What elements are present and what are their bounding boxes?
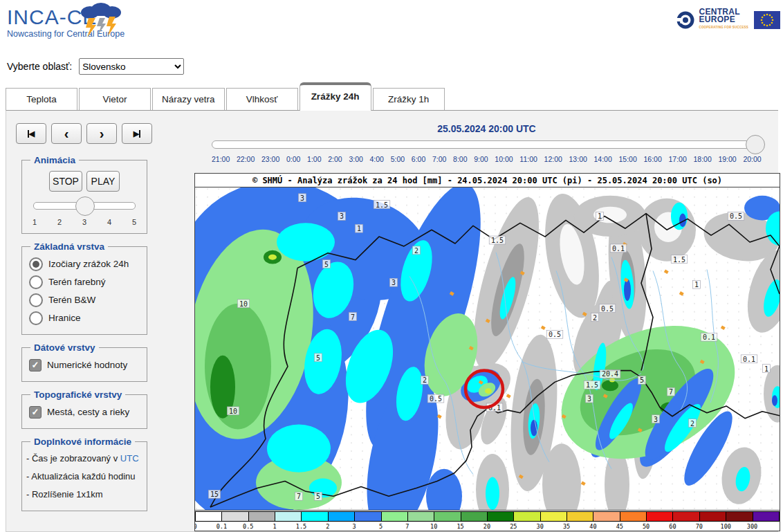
svg-text:10: 10: [229, 407, 237, 415]
time-slider-thumb[interactable]: [746, 135, 765, 154]
speed-slider[interactable]: [33, 202, 136, 210]
tick-label: 9:00: [474, 155, 488, 163]
svg-text:5: 5: [316, 493, 320, 500]
radio-ter-n-b-w[interactable]: Terén B&W: [29, 291, 142, 309]
tick-label: 12:00: [544, 155, 562, 163]
info-items: - Čas je zobrazovaný v UTC- Aktualizácia…: [26, 450, 142, 504]
utc-link[interactable]: UTC: [120, 453, 139, 464]
legend-cell: 5: [382, 512, 408, 521]
checkbox-mest-cesty-a-rieky[interactable]: ✓Mestá, cesty a rieky: [29, 403, 142, 421]
legend-cell: 70: [700, 512, 726, 521]
tab-zr-ky-1h[interactable]: Zrážky 1h: [373, 88, 445, 110]
info-panel: Doplnkové informácie - Čas je zobrazovan…: [21, 437, 147, 511]
tick-label: 7:00: [432, 155, 446, 163]
svg-text:3: 3: [392, 279, 396, 286]
legend-cell: 7: [408, 512, 434, 521]
legend-cell: 50: [647, 512, 673, 521]
speed-tick-labels: 12345: [33, 218, 136, 226]
base-layer-options: Izočiary zrážok 24hTerén farebnýTerén B&…: [26, 255, 142, 327]
option-label: Mestá, cesty a rieky: [47, 407, 129, 417]
last-frame-button[interactable]: ▶: [122, 123, 152, 144]
svg-text:3: 3: [300, 194, 304, 202]
tick-label: 14:00: [594, 155, 612, 163]
svg-text:1.5: 1.5: [586, 381, 598, 389]
tick-label: 1:00: [307, 155, 321, 163]
data-layers-panel: Dátové vrstvy ✓Numerické hodnoty: [21, 342, 147, 382]
topo-layers-panel-title: Topografické vrstvy: [30, 389, 125, 400]
legend-cell: 100: [726, 512, 753, 521]
tick-label: 15:00: [619, 155, 637, 163]
legend-cell: 300: [753, 512, 779, 521]
page-header: INCA-CE Nowcasting for Central Europe CE…: [0, 0, 783, 48]
legend-cell: 35: [567, 512, 593, 521]
tab-bar: TeplotaVietorNárazy vetraVlhkosťZrážky 2…: [6, 82, 783, 110]
legend-cells: 00.10.511.523571015202530354045506070100…: [195, 511, 780, 522]
map-image: 331.51521073521.50.50.1110.10.5220.4571.…: [195, 187, 780, 510]
tick-label: 19:00: [718, 155, 736, 163]
legend-cell: 2: [329, 512, 355, 521]
next-frame-button[interactable]: ›: [86, 123, 117, 144]
svg-text:0.5: 0.5: [430, 395, 442, 403]
tab-vietor[interactable]: Vietor: [79, 88, 151, 110]
svg-text:3: 3: [587, 395, 591, 403]
map-title: © SHMÚ - Analýza zrážok za 24 hod [mm] -…: [195, 174, 780, 187]
storm-cloud-icon: [75, 1, 126, 43]
legend-cell: 40: [593, 512, 620, 521]
radio-control[interactable]: [29, 275, 43, 289]
svg-text:3: 3: [654, 416, 658, 423]
svg-text:7: 7: [351, 313, 355, 321]
info-item: - Aktualizácia každú hodinu: [26, 468, 142, 486]
svg-text:20.4: 20.4: [602, 371, 618, 378]
tick-label: 8:00: [453, 155, 467, 163]
radio-ter-n-farebn-[interactable]: Terén farebný: [29, 273, 142, 291]
tick-label: 23:00: [261, 155, 279, 163]
first-frame-button[interactable]: ◀: [16, 123, 46, 144]
svg-text:1.5: 1.5: [673, 256, 685, 264]
checkbox-numerick-hodnoty[interactable]: ✓Numerické hodnoty: [29, 356, 142, 374]
legend-cell: 0: [196, 512, 222, 521]
radio-control[interactable]: [29, 293, 43, 307]
info-panel-title: Doplnkové informácie: [30, 437, 135, 447]
checkbox-control[interactable]: ✓: [29, 406, 42, 419]
speed-slider-thumb[interactable]: [75, 196, 95, 216]
central-europe-icon: [675, 10, 696, 30]
svg-text:2: 2: [690, 420, 694, 428]
radio-izo-iary-zr-ok-24h[interactable]: Izočiary zrážok 24h: [29, 255, 142, 273]
tab-zr-ky-24h[interactable]: Zrážky 24h: [300, 82, 371, 111]
tick-label: 20:00: [743, 155, 761, 163]
partner-line2: EUROPE: [699, 16, 748, 24]
region-select[interactable]: Slovensko: [79, 58, 184, 75]
tab-content: ◀ ‹ › ▶ 25.05.2024 20:00 UTC 21:0022:002…: [6, 110, 778, 532]
tab-vlhkos-[interactable]: Vlhkosť: [226, 88, 298, 110]
tab-teplota[interactable]: Teplota: [6, 88, 77, 110]
svg-text:0.1: 0.1: [703, 333, 715, 341]
radio-control[interactable]: [29, 257, 43, 271]
radio-hranice[interactable]: Hranice: [29, 309, 142, 327]
tick-label: 18:00: [693, 155, 711, 163]
time-slider[interactable]: [212, 140, 762, 149]
tick-label: 3: [82, 218, 86, 226]
base-layer-panel: Základná vrstva Izočiary zrážok 24hTerén…: [21, 241, 147, 335]
region-label: Vyberte oblasť:: [7, 61, 72, 72]
option-label: Numerické hodnoty: [47, 360, 127, 370]
topo-layer-options: ✓Mestá, cesty a rieky: [26, 403, 142, 421]
stop-button[interactable]: STOP: [49, 171, 82, 192]
svg-text:1.5: 1.5: [491, 237, 504, 244]
tick-label: 5: [132, 218, 136, 226]
sidebar: Animácia STOP PLAY 12345 Základná vrstva…: [16, 155, 147, 519]
option-label: Izočiary zrážok 24h: [48, 259, 129, 269]
svg-text:1: 1: [694, 281, 699, 288]
legend-cell: 45: [620, 512, 647, 521]
radio-control[interactable]: [29, 311, 43, 325]
precipitation-map: © SHMÚ - Analýza zrážok za 24 hod [mm] -…: [194, 173, 780, 531]
play-button[interactable]: PLAY: [86, 171, 120, 192]
checkbox-control[interactable]: ✓: [29, 359, 42, 372]
svg-text:7: 7: [669, 388, 673, 396]
svg-text:2: 2: [414, 247, 418, 255]
legend-cell: 15: [461, 512, 488, 521]
partner-logos: CENTRAL EUROPE COOPERATING FOR SUCCESS: [675, 8, 780, 31]
tab-n-razy-vetra[interactable]: Nárazy vetra: [152, 88, 225, 110]
svg-text:7: 7: [297, 493, 301, 500]
animation-panel-title: Animácia: [30, 155, 79, 165]
previous-frame-button[interactable]: ‹: [51, 123, 82, 144]
